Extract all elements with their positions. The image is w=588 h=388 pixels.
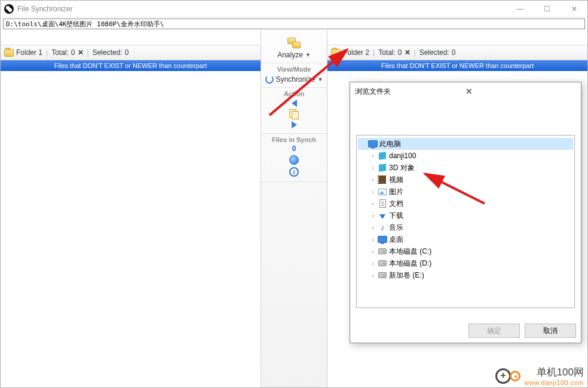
copy-button[interactable] (289, 109, 299, 119)
chevron-down-icon[interactable]: ▼ (318, 76, 323, 82)
tree-item-label: 新加卷 (E:) (389, 270, 424, 281)
watermark-url: www.danji100.com (524, 379, 584, 386)
tree-root-label: 此电脑 (379, 139, 401, 149)
desktop-icon (378, 236, 387, 243)
titlebar: File Synchronizer — ☐ ✕ (1, 1, 587, 17)
tree-item[interactable]: ›3D 对象 (358, 162, 573, 174)
expander-icon[interactable]: › (370, 165, 376, 171)
download-icon (379, 214, 385, 219)
tree-item-label: 本地磁盘 (D:) (389, 258, 431, 269)
tree-item-label: 文档 (389, 199, 403, 209)
tree-item[interactable]: ›视频 (358, 174, 573, 186)
expander-icon[interactable]: › (370, 201, 376, 207)
synchronize-button[interactable]: Synchronize ▼ (261, 74, 327, 85)
tree-item[interactable]: ›新加卷 (E:) (358, 269, 573, 281)
clear-icon[interactable]: ✕ (405, 48, 411, 57)
tree-item-label: danji100 (389, 152, 416, 160)
tree-item-label: 桌面 (389, 235, 403, 245)
tree-item[interactable]: ›桌面 (358, 233, 573, 245)
tree-item[interactable]: ›♪音乐 (358, 221, 573, 233)
expander-icon[interactable]: › (370, 177, 376, 183)
total-label: Total: (51, 48, 69, 57)
expander-icon[interactable]: › (370, 153, 376, 159)
tree-item-label: 3D 对象 (389, 163, 415, 173)
folder-icon[interactable] (331, 49, 341, 57)
files-in-synch-label: Files in Synch (261, 136, 327, 143)
viewmode-label: View/Mode (261, 66, 327, 73)
tree-item-label: 图片 (389, 187, 403, 197)
expander-icon[interactable]: › (370, 236, 376, 243)
computer-icon (368, 140, 378, 147)
minimize-button[interactable]: — (507, 1, 534, 17)
tree-item[interactable]: ›图片 (358, 186, 573, 198)
ok-button[interactable]: 确定 (468, 324, 520, 338)
watermark-logo (495, 367, 520, 385)
files-in-synch-value: 0 (261, 144, 327, 153)
folder1-bar: Folder 1 | Total: 0 ✕ | Selected: 0 (1, 45, 261, 60)
disk-icon (378, 248, 387, 254)
folder2-label[interactable]: Folder 2 (343, 48, 369, 57)
copy-right-button[interactable] (292, 121, 297, 128)
tree-item[interactable]: ›本地磁盘 (D:) (358, 257, 573, 269)
watermark-text: 单机100网 (524, 365, 584, 379)
selected-label: Selected: (419, 48, 449, 57)
expander-icon[interactable]: › (370, 272, 376, 279)
sync-icon (265, 75, 274, 84)
browse-folder-dialog: 浏览文件夹 ✕ 此电脑 ›danji100 ›3D 对象 ›视频 ›图片 ›文档… (350, 82, 581, 343)
dialog-close-button[interactable]: ✕ (466, 87, 576, 96)
watermark: 单机100网 www.danji100.com (495, 365, 584, 386)
action-label: Action (261, 90, 327, 97)
right-list-header: Files that DON'T EXIST or NEWER than cou… (327, 60, 587, 71)
expander-icon[interactable]: › (370, 189, 376, 195)
expander-icon[interactable]: › (370, 224, 376, 231)
dialog-title: 浏览文件夹 (355, 87, 466, 97)
window-title: File Synchronizer (17, 5, 73, 13)
expander-icon[interactable]: › (370, 260, 376, 267)
app-icon (4, 4, 14, 14)
chevron-down-icon[interactable]: ▼ (305, 52, 311, 58)
picture-icon (378, 189, 387, 195)
info-icon[interactable]: i (289, 167, 299, 177)
tree-item-label: 本地磁盘 (C:) (389, 247, 431, 257)
analyze-icon (287, 38, 301, 48)
tree-item-label: 下载 (389, 211, 403, 221)
selected-label: Selected: (93, 48, 122, 57)
expander-icon[interactable]: › (370, 213, 376, 219)
folder-tree[interactable]: 此电脑 ›danji100 ›3D 对象 ›视频 ›图片 ›文档 ›下载 ›♪音… (356, 135, 575, 308)
document-icon (379, 199, 386, 208)
total-label: Total: (378, 48, 396, 57)
left-pane: Folder 1 | Total: 0 ✕ | Selected: 0 File… (1, 30, 261, 388)
path-input[interactable]: D:\tools\桌面\4K壁纸图片 1080P\金舟水印助手\ (3, 19, 585, 29)
center-toolbar: Analyze ▼ View/Mode Synchronize ▼ Action… (261, 30, 327, 388)
tree-root[interactable]: 此电脑 (358, 138, 573, 150)
disk-icon (378, 272, 387, 278)
close-button[interactable]: ✕ (561, 1, 587, 17)
cube-icon (379, 152, 386, 160)
total-value: 0 (71, 48, 75, 57)
analyze-button[interactable]: Analyze ▼ (261, 50, 327, 60)
synchronize-label: Synchronize (276, 75, 316, 84)
folder1-label[interactable]: Folder 1 (16, 48, 42, 57)
selected-value: 0 (452, 48, 456, 57)
disk-icon (378, 260, 387, 266)
globe-icon[interactable] (289, 155, 299, 165)
tree-item-label: 音乐 (389, 223, 403, 233)
total-value: 0 (398, 48, 402, 57)
folder2-bar: Folder 2 | Total: 0 ✕ | Selected: 0 (327, 45, 587, 60)
video-icon (379, 175, 386, 184)
clear-icon[interactable]: ✕ (78, 48, 84, 57)
tree-item[interactable]: ›danji100 (358, 150, 573, 162)
maximize-button[interactable]: ☐ (534, 1, 561, 17)
cancel-button[interactable]: 取消 (525, 324, 576, 338)
music-icon: ♪ (378, 223, 387, 232)
tree-item-label: 视频 (389, 175, 403, 185)
tree-item[interactable]: ›文档 (358, 198, 573, 210)
copy-left-button[interactable] (292, 100, 297, 107)
tree-item[interactable]: ›本地磁盘 (C:) (358, 245, 573, 257)
analyze-label: Analyze (277, 51, 303, 59)
cube-icon (379, 164, 386, 172)
folder-icon[interactable] (4, 49, 14, 57)
selected-value: 0 (125, 48, 129, 57)
tree-item[interactable]: ›下载 (358, 210, 573, 221)
expander-icon[interactable]: › (370, 248, 376, 255)
